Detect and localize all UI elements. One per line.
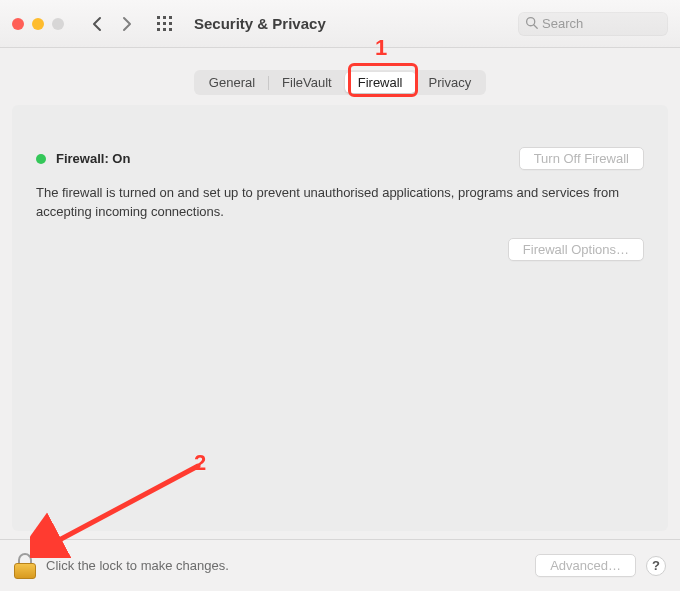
firewall-status-label: Firewall: On [56, 151, 130, 166]
advanced-button[interactable]: Advanced… [535, 554, 636, 577]
window-titlebar: Security & Privacy [0, 0, 680, 48]
firewall-status-row: Firewall: On Turn Off Firewall [36, 147, 644, 170]
window-controls [12, 18, 70, 30]
firewall-description: The firewall is turned on and set up to … [36, 184, 636, 222]
bottom-bar: Click the lock to make changes. Advanced… [0, 539, 680, 591]
svg-line-10 [534, 24, 537, 27]
content-panel: Firewall: On Turn Off Firewall The firew… [12, 105, 668, 531]
tab-general[interactable]: General [196, 72, 268, 93]
svg-rect-4 [163, 22, 166, 25]
zoom-window-button[interactable] [52, 18, 64, 30]
firewall-options-button[interactable]: Firewall Options… [508, 238, 644, 261]
svg-rect-5 [169, 22, 172, 25]
close-window-button[interactable] [12, 18, 24, 30]
segmented-control: General FileVault Firewall Privacy [194, 70, 486, 95]
window-title: Security & Privacy [194, 15, 326, 32]
status-indicator-icon [36, 154, 46, 164]
tab-bar: General FileVault Firewall Privacy 1 [0, 48, 680, 95]
svg-rect-2 [169, 16, 172, 19]
svg-rect-7 [163, 28, 166, 31]
nav-buttons [88, 15, 136, 33]
show-all-prefs-button[interactable] [156, 15, 174, 33]
svg-rect-0 [157, 16, 160, 19]
forward-button[interactable] [118, 15, 136, 33]
svg-rect-6 [157, 28, 160, 31]
tab-firewall[interactable]: Firewall [345, 72, 416, 93]
back-button[interactable] [88, 15, 106, 33]
minimize-window-button[interactable] [32, 18, 44, 30]
search-field[interactable] [518, 12, 668, 36]
tab-privacy[interactable]: Privacy [416, 72, 485, 93]
svg-rect-1 [163, 16, 166, 19]
tab-filevault[interactable]: FileVault [269, 72, 345, 93]
svg-rect-3 [157, 22, 160, 25]
annotation-number-2: 2 [194, 450, 206, 476]
search-input[interactable] [542, 16, 661, 31]
annotation-number-1: 1 [375, 35, 387, 61]
help-button[interactable]: ? [646, 556, 666, 576]
lock-icon[interactable] [14, 553, 36, 579]
turn-off-firewall-button[interactable]: Turn Off Firewall [519, 147, 644, 170]
search-icon [525, 16, 538, 32]
lock-hint-text: Click the lock to make changes. [46, 558, 229, 573]
svg-rect-8 [169, 28, 172, 31]
